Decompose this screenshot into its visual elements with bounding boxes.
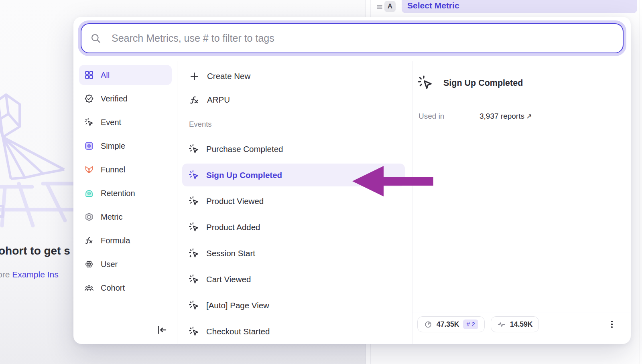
- category-sidebar: All Verified Event: [73, 61, 177, 344]
- list-item-label: Purchase Completed: [206, 144, 283, 154]
- sidebar-item-event[interactable]: Event: [79, 112, 172, 132]
- list-item-product-added[interactable]: Product Added: [182, 216, 405, 239]
- sidebar-item-formula[interactable]: Formula: [79, 231, 172, 251]
- select-metric-bar[interactable]: Select Metric: [402, 0, 637, 13]
- select-metric-label: Select Metric: [407, 1, 459, 10]
- list-item-arpu[interactable]: ARPU: [182, 89, 405, 110]
- empty-state-subtext-prefix: ore: [0, 270, 12, 279]
- list-item-label: Cart Viewed: [206, 275, 251, 284]
- cursor-click-icon: [189, 196, 199, 206]
- create-new-button[interactable]: Create New: [182, 66, 405, 87]
- list-item-label: Product Added: [206, 222, 260, 232]
- list-item-cart-viewed[interactable]: Cart Viewed: [182, 268, 405, 291]
- list-item-label: Sign Up Completed: [206, 170, 282, 180]
- volume-stat-chip[interactable]: 14.59K: [491, 316, 539, 332]
- top-events-stat-chip[interactable]: 47.35K # 2: [417, 316, 485, 332]
- stat-value: 14.59K: [510, 320, 532, 329]
- create-new-label: Create New: [207, 71, 250, 81]
- formula-fx-icon: [189, 95, 200, 105]
- more-options-button[interactable]: [605, 317, 619, 331]
- list-item-auto-page-view[interactable]: [Auto] Page View: [182, 294, 405, 317]
- search-input[interactable]: [112, 32, 616, 44]
- cursor-click-icon: [189, 300, 199, 311]
- list-item-label: Product Viewed: [206, 196, 264, 206]
- pulse-icon: [497, 320, 506, 329]
- funnel-shape-icon: [84, 165, 94, 174]
- metric-list: Create New ARPU Events: [177, 61, 412, 344]
- search-focus-ring: [78, 20, 626, 56]
- drag-handle-icon[interactable]: [376, 2, 384, 13]
- sidebar-item-label: All: [101, 71, 110, 80]
- list-item-checkout-started[interactable]: Checkout Started: [182, 320, 405, 343]
- reports-link[interactable]: 3,937 reports↗: [479, 112, 532, 121]
- sidebar-item-simple[interactable]: Simple: [79, 136, 172, 156]
- used-in-label: Used in: [419, 112, 444, 121]
- sidebar-item-verified[interactable]: Verified: [79, 89, 172, 109]
- cursor-click-star-icon: [189, 248, 199, 259]
- collapse-left-icon: [156, 324, 168, 336]
- background-illustration: [0, 87, 80, 228]
- simple-shape-icon: [84, 141, 94, 151]
- cursor-click-icon: [189, 274, 199, 285]
- search-field[interactable]: [81, 23, 624, 53]
- cursor-click-icon: [417, 75, 433, 92]
- sidebar-footer-divider: [80, 312, 171, 312]
- annotation-arrow: [347, 161, 439, 201]
- list-item-label: [Auto] Page View: [206, 301, 269, 310]
- list-item-session-start[interactable]: Session Start: [182, 242, 405, 265]
- detail-footer: 47.35K # 2 14.59K: [412, 313, 631, 344]
- sidebar-item-retention[interactable]: Retention: [79, 183, 172, 203]
- empty-state-heading: ohort to get s: [0, 245, 70, 257]
- pie-chart-icon: [424, 320, 433, 329]
- user-cluster-icon: [84, 259, 94, 269]
- empty-state-subtext: ore Example Ins: [0, 270, 59, 279]
- sidebar-item-label: Metric: [101, 212, 122, 222]
- sidebar-item-label: User: [101, 260, 118, 269]
- detail-title: Sign Up Completed: [443, 78, 523, 88]
- sidebar-item-user[interactable]: User: [79, 254, 172, 274]
- hexagon-icon: [84, 212, 94, 222]
- screen: A Select Metric ohort to get s ore Examp…: [0, 0, 642, 364]
- sidebar-item-label: Formula: [101, 236, 130, 245]
- cohort-people-icon: [84, 283, 94, 293]
- metric-slot-label: A: [384, 1, 396, 12]
- search-icon: [90, 33, 101, 44]
- retention-shape-icon: [84, 188, 94, 198]
- sidebar-item-label: Event: [101, 118, 121, 127]
- cursor-click-icon: [84, 117, 94, 127]
- external-link-icon: ↗: [526, 112, 532, 120]
- cursor-click-icon: [189, 170, 199, 180]
- rank-badge: # 2: [463, 320, 478, 329]
- grid-icon: [84, 70, 94, 80]
- sidebar-item-metric[interactable]: Metric: [79, 207, 172, 227]
- list-item-label: Session Start: [206, 249, 255, 258]
- verified-badge-icon: [84, 94, 94, 103]
- example-insights-link[interactable]: Example Ins: [12, 270, 59, 279]
- sidebar-item-label: Verified: [101, 94, 128, 103]
- list-item-label: ARPU: [207, 95, 230, 105]
- sidebar-item-label: Cohort: [101, 283, 125, 293]
- stat-value: 47.35K: [437, 320, 459, 329]
- cursor-click-icon: [189, 326, 199, 337]
- sidebar-item-label: Simple: [101, 142, 125, 151]
- formula-fx-icon: [84, 236, 94, 245]
- cursor-click-icon: [189, 222, 199, 233]
- sidebar-item-funnel[interactable]: Funnel: [79, 160, 172, 180]
- plus-icon: [189, 71, 200, 82]
- panel-right-border: [640, 0, 640, 364]
- sidebar-item-label: Retention: [101, 189, 135, 198]
- sidebar-item-cohort[interactable]: Cohort: [79, 278, 172, 298]
- sidebar-item-label: Funnel: [101, 165, 125, 174]
- list-item-purchase-completed[interactable]: Purchase Completed: [182, 138, 405, 160]
- collapse-sidebar-button[interactable]: [155, 323, 169, 337]
- cursor-click-icon: [189, 144, 199, 154]
- events-section-header: Events: [182, 116, 405, 133]
- kebab-icon: [607, 320, 617, 329]
- sidebar-item-all[interactable]: All: [79, 65, 172, 85]
- list-item-label: Checkout Started: [206, 327, 270, 336]
